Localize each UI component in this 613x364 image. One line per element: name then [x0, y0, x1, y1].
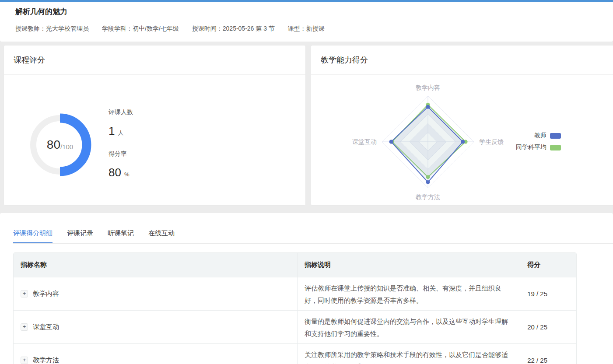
metric-block: 得分率 80 % [109, 150, 133, 179]
metric-value-row: 80 % [109, 166, 133, 179]
score-metrics: 评课人数 1 人 得分率 80 % [109, 108, 133, 179]
column-header-name: 指标名称 [14, 253, 298, 277]
teaching-ability-card: 教学能力得分 教学内容学生反馈教学方法课堂互动 教师 同学科平均 [311, 45, 613, 206]
column-header-score: 得分 [520, 253, 576, 277]
tab-4[interactable]: 在线互动 [148, 229, 175, 244]
indicator-desc: 评估教师在课堂上传授的知识是否准确、相关、有深度，并且组织良好，同时使用的教学资… [298, 277, 520, 310]
legend-label: 同学科平均 [516, 144, 546, 151]
score-max: /100 [60, 143, 73, 150]
table-row: + 教学内容 评估教师在课堂上传授的知识是否准确、相关、有深度，并且组织良好，同… [14, 277, 576, 310]
indicator-name: 教学方法 [33, 356, 59, 364]
indicator-score: 22 / 25 [520, 344, 576, 364]
metric-label: 评课人数 [109, 108, 133, 116]
course-header: 解析几何的魅力 授课教师：光大学校管理员学段学科：初中/数学/七年级授课时间：2… [0, 2, 613, 42]
column-header-desc: 指标说明 [298, 253, 520, 277]
tab-3[interactable]: 听课笔记 [108, 229, 134, 244]
detail-tabs: 评课得分明细评课记录听课笔记在线互动 [13, 213, 175, 244]
radar-axis-label: 教学方法 [416, 193, 440, 200]
radar-axis-label: 教学内容 [416, 84, 440, 91]
table-row: + 教学方法 关注教师所采用的教学策略和技术手段的有效性，以及它们是否能够适应不… [14, 343, 576, 364]
expand-icon[interactable]: + [21, 323, 28, 331]
indicator-table-body: + 教学内容 评估教师在课堂上传授的知识是否准确、相关、有深度，并且组织良好，同… [14, 277, 576, 364]
radar-legend: 教师 同学科平均 [516, 132, 561, 155]
radar-axis-label: 学生反馈 [479, 138, 504, 145]
page-title: 解析几何的魅力 [15, 7, 67, 17]
detail-section: 评课得分明细评课记录听课笔记在线互动 指标名称 指标说明 得分 + 教学内容 评… [0, 213, 613, 364]
expand-icon[interactable]: + [21, 290, 28, 298]
tab-2[interactable]: 评课记录 [67, 229, 93, 244]
tab-1[interactable]: 评课得分明细 [13, 229, 53, 244]
metric-unit: 人 [118, 129, 123, 137]
teaching-ability-radar-chart: 教学内容学生反馈教学方法课堂互动 [311, 46, 613, 206]
metric-value: 80 [109, 166, 121, 179]
course-meta-item: 学段学科：初中/数学/七年级 [102, 25, 179, 33]
indicator-desc: 衡量的是教师如何促进课堂内的交流与合作，以及这些互动对学生理解和支持他们学习的重… [298, 311, 520, 343]
legend-swatch [550, 133, 561, 139]
indicator-score: 20 / 25 [520, 311, 576, 343]
legend-swatch [550, 145, 561, 150]
course-meta-item: 授课教师：光大学校管理员 [15, 25, 89, 33]
indicator-table-header: 指标名称 指标说明 得分 [14, 253, 576, 277]
course-score-card: 课程评分 80 /100 评课人数 1 人 得分率 80 % [4, 45, 306, 206]
indicator-table: 指标名称 指标说明 得分 + 教学内容 评估教师在课堂上传授的知识是否准确、相关… [13, 252, 577, 364]
expand-icon[interactable]: + [21, 357, 28, 364]
radar-axis-label: 课堂互动 [352, 138, 377, 145]
legend-item[interactable]: 同学科平均 [516, 144, 561, 151]
course-meta-item: 授课时间：2025-05-26 第 3 节 [192, 25, 275, 33]
indicator-name: 课堂互动 [33, 323, 59, 331]
metric-value-row: 1 人 [109, 124, 133, 138]
metric-label: 得分率 [109, 150, 133, 158]
indicator-desc: 关注教师所采用的教学策略和技术手段的有效性，以及它们是否能够适应不同的学习风格和… [298, 344, 520, 364]
metric-block: 评课人数 1 人 [109, 108, 133, 138]
legend-label: 教师 [534, 132, 546, 140]
course-score-card-title: 课程评分 [4, 46, 305, 75]
tabs-divider [13, 243, 613, 244]
score-gauge-center: 80 /100 [24, 109, 96, 181]
metric-value: 1 [109, 124, 115, 138]
table-row: + 课堂互动 衡量的是教师如何促进课堂内的交流与合作，以及这些互动对学生理解和支… [14, 310, 576, 343]
legend-item[interactable]: 教师 [516, 132, 561, 140]
course-meta-row: 授课教师：光大学校管理员学段学科：初中/数学/七年级授课时间：2025-05-2… [15, 25, 325, 33]
course-meta-item: 课型：新授课 [288, 25, 325, 33]
indicator-score: 19 / 25 [520, 277, 576, 310]
indicator-name: 教学内容 [33, 290, 59, 298]
metric-unit: % [124, 171, 130, 178]
score-gauge: 80 /100 [24, 109, 96, 181]
score-value: 80 [47, 138, 60, 152]
